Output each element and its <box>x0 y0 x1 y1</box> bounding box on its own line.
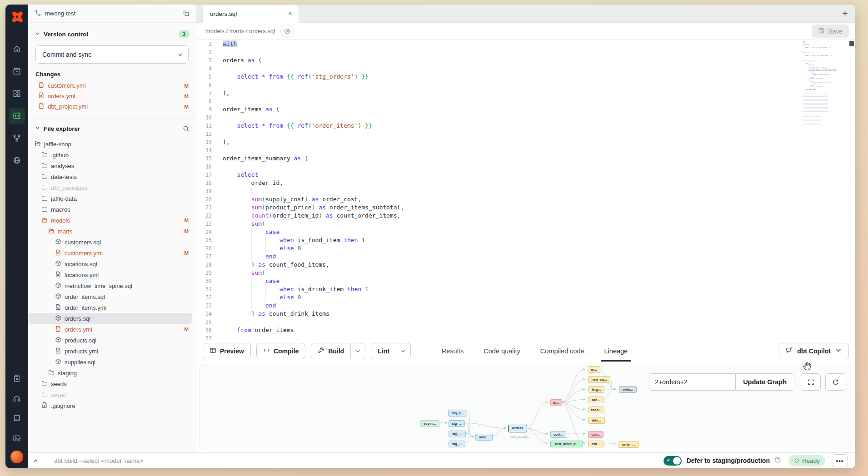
tree-item-jaffle-shop[interactable]: jaffle-shop <box>28 139 196 149</box>
dbt-logo-icon[interactable] <box>10 10 24 24</box>
tree-item-dbt_packages[interactable]: dbt_packages <box>28 182 196 193</box>
lineage-node-ynewcu[interactable]: new_cu... <box>588 376 610 383</box>
code-editor[interactable]: 1with23orders as (45 select * from {{ re… <box>196 40 855 340</box>
tree-item-metricflow_time_spine.sql[interactable]: metricflow_time_spine.sql <box>28 280 196 291</box>
inbox-icon[interactable] <box>9 63 25 79</box>
lint-button[interactable]: Lint <box>371 343 411 359</box>
avatar[interactable] <box>10 450 24 464</box>
cli-command-text[interactable]: dbt build --select <model_name> <box>54 457 144 464</box>
refresh-icon[interactable] <box>825 373 845 391</box>
lineage-node-grayorde[interactable]: orde... <box>619 386 637 393</box>
tree-item-orders.yml[interactable]: orders.ymlM <box>28 324 196 335</box>
new-tab-plus-icon[interactable] <box>841 10 849 17</box>
home-icon[interactable] <box>9 41 25 57</box>
tree-item-order_items.sql[interactable]: order_items.sql <box>28 291 196 302</box>
code-line-4: 4 <box>196 64 855 73</box>
lineage-graph[interactable]: Update Graph ecom....stg_o...stg_...stg_… <box>200 364 852 449</box>
help-question-icon[interactable] <box>774 456 781 465</box>
tree-item-customers.sql[interactable]: customers.sql <box>28 237 196 248</box>
modified-badge: M <box>184 83 189 89</box>
commit-and-sync-button[interactable]: Commit and sync <box>35 45 189 64</box>
lineage-node-ydrin[interactable]: drin... <box>588 417 605 424</box>
tree-item-jaffle-data[interactable]: jaffle-data <box>28 193 196 204</box>
tree-item-.gitignore[interactable]: .gitignore <box>28 400 196 411</box>
tree-item-seeds[interactable]: seeds <box>28 378 196 389</box>
tab-orders-sql[interactable]: orders.sql <box>202 5 299 23</box>
changed-file-dbt_project.yml[interactable]: dbt_project.ymlM <box>28 101 196 112</box>
doc-icon <box>55 271 61 279</box>
tab-lineage[interactable]: Lineage <box>594 340 638 362</box>
fullscreen-icon[interactable] <box>801 373 821 391</box>
lineage-node-stgo[interactable]: stg_o... <box>448 410 467 416</box>
tree-item-models[interactable]: modelsM <box>28 215 196 226</box>
defer-toggle[interactable] <box>663 456 682 466</box>
lineage-node-yfood[interactable]: food... <box>588 407 604 413</box>
lineage-node-yor[interactable]: or... <box>588 366 600 373</box>
tab-code-quality[interactable]: Code quality <box>474 340 530 362</box>
image-icon[interactable] <box>9 430 25 446</box>
tree-item-analyses[interactable]: analyses <box>28 160 196 171</box>
tree-item-locations.sql[interactable]: locations.sql <box>28 258 196 269</box>
chevron-down-icon[interactable] <box>350 343 365 359</box>
dbt-copilot-button[interactable]: dbt Copilot <box>779 343 849 359</box>
lineage-node-yord1[interactable]: ord... <box>588 397 604 403</box>
tab-compiled-code[interactable]: Compiled code <box>530 340 594 362</box>
copy-branch-icon[interactable] <box>183 10 190 17</box>
version-control-header[interactable]: Version control 3 <box>28 23 196 43</box>
search-icon[interactable] <box>183 125 190 132</box>
lineage-node-stg2[interactable]: stg_... <box>449 431 466 437</box>
tree-item-locations.yml[interactable]: locations.yml <box>28 269 196 280</box>
chevron-down-icon[interactable] <box>396 343 410 359</box>
headset-icon[interactable] <box>9 390 25 407</box>
lineage-node-yorder_[interactable]: order_... <box>619 441 639 448</box>
code-line-25: 25 when is_food_item then 1 <box>196 236 855 244</box>
tree-item-order_items.yml[interactable]: order_items.yml <box>28 302 196 313</box>
code-editor-icon[interactable] <box>9 108 25 124</box>
changed-file-customers.yml[interactable]: customers.ymlM <box>28 80 196 91</box>
panel-expand-chevron-icon[interactable] <box>33 458 39 464</box>
model-icon <box>55 282 61 290</box>
lineage-node-stg1[interactable]: stg_... <box>449 420 465 427</box>
close-icon[interactable] <box>287 10 293 18</box>
more-options-button[interactable]: ••• <box>832 454 848 467</box>
tree-item-.github[interactable]: .github <box>28 149 196 160</box>
editor-scrollbar-thumb[interactable] <box>849 41 854 46</box>
tree-item-target[interactable]: target <box>28 389 196 400</box>
globe-icon[interactable] <box>9 152 25 169</box>
lineage-node-orpink[interactable]: or... <box>550 399 562 406</box>
tree-item-staging[interactable]: staging <box>28 367 196 378</box>
lineage-node-orders[interactable]: orders <box>508 425 527 432</box>
fork-icon[interactable] <box>9 130 25 146</box>
preview-button[interactable]: Preview <box>203 343 251 359</box>
locate-file-icon[interactable] <box>280 25 294 38</box>
clipboard-icon[interactable] <box>9 370 25 387</box>
file-explorer-header[interactable]: File explorer <box>28 119 196 137</box>
commit-options-caret[interactable] <box>172 46 188 63</box>
lineage-node-ecom[interactable]: ecom.... <box>420 420 439 427</box>
lineage-node-yord2[interactable]: ord... <box>588 441 604 447</box>
changed-file-orders.yml[interactable]: orders.ymlM <box>28 91 196 101</box>
build-button[interactable]: Build <box>311 343 365 359</box>
tab-results[interactable]: Results <box>432 340 474 362</box>
tree-item-data-tests[interactable]: data-tests <box>28 171 196 182</box>
tree-item-orders.sql[interactable]: orders.sql <box>28 313 192 324</box>
lineage-node-ordeb[interactable]: orde... <box>475 434 493 441</box>
tree-item-customers.yml[interactable]: customers.ymlM <box>28 248 196 258</box>
tree-item-supplies.sql[interactable]: supplies.sql <box>28 357 196 367</box>
lineage-node-testorder[interactable]: test_order_it... <box>550 441 583 447</box>
update-graph-button[interactable]: Update Graph <box>735 373 794 391</box>
lineage-node-cust[interactable]: cust... <box>550 431 566 438</box>
save-button[interactable]: Save <box>812 25 849 38</box>
lineage-selector-input[interactable] <box>649 373 735 391</box>
grid-icon[interactable] <box>9 85 25 102</box>
tree-item-products.yml[interactable]: products.yml <box>28 346 196 357</box>
book-icon[interactable] <box>9 410 25 426</box>
changes-label: Changes <box>28 70 196 80</box>
compile-button[interactable]: Compile <box>256 343 305 359</box>
lineage-node-cuspink[interactable]: cus... <box>588 431 604 438</box>
lineage-node-ylarg[interactable]: larg... <box>588 386 604 393</box>
tree-item-macros[interactable]: macros <box>28 204 196 215</box>
lineage-node-stg3[interactable]: stg_... <box>449 441 465 447</box>
tree-item-marts[interactable]: martsM <box>28 226 196 237</box>
tree-item-products.sql[interactable]: products.sql <box>28 335 196 346</box>
